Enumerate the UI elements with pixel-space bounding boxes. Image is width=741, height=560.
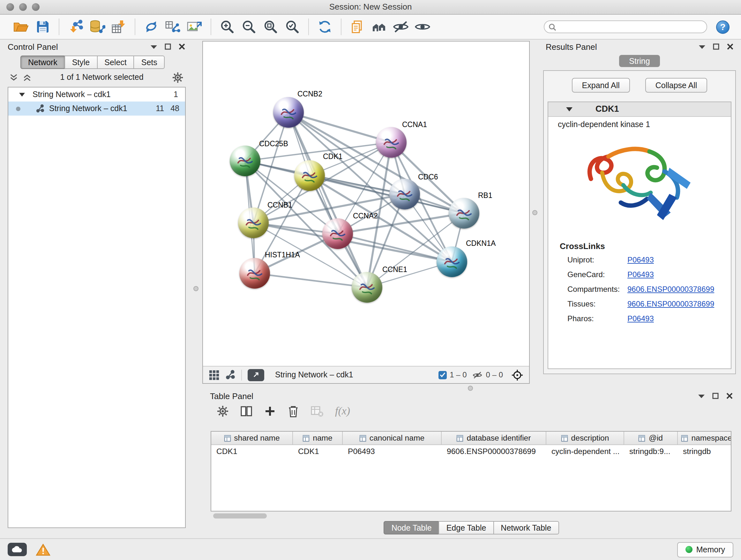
network-edge[interactable]: [255, 273, 367, 287]
gear-icon[interactable]: [172, 71, 184, 83]
search-box: [544, 20, 707, 33]
splitter-handle[interactable]: [193, 286, 199, 291]
tab-select[interactable]: Select: [97, 56, 134, 69]
close-icon[interactable]: [179, 44, 185, 50]
tab-network[interactable]: Network: [20, 56, 65, 69]
crosslink-link[interactable]: P06493: [627, 255, 654, 264]
help-button[interactable]: ?: [716, 20, 730, 34]
zoom-out-button[interactable]: [238, 17, 260, 37]
network-node-ccna1[interactable]: [376, 127, 407, 158]
expand-all-button[interactable]: Expand All: [572, 78, 630, 92]
maximize-icon[interactable]: [165, 44, 171, 50]
refresh-button[interactable]: [314, 17, 336, 37]
maximize-icon[interactable]: [713, 44, 719, 50]
first-neighbors-button[interactable]: [368, 17, 390, 37]
add-column-icon[interactable]: [264, 405, 276, 418]
network-canvas[interactable]: CCNB2CCNA1CDC25BCDK1CDC6RB1CCNB1CCNA2CDK…: [203, 42, 529, 366]
clone-network-button[interactable]: [347, 17, 368, 37]
tab-network-table[interactable]: Network Table: [493, 521, 559, 535]
collapse-all-icon[interactable]: [9, 72, 18, 82]
network-node-cdc25b[interactable]: [230, 145, 260, 176]
crosslink-link[interactable]: 9606.ENSP00000378699: [627, 285, 714, 294]
eye-slash-icon: [473, 371, 483, 379]
window-title: Session: New Session: [0, 2, 741, 11]
clear-table-icon[interactable]: [310, 405, 324, 418]
open-session-button[interactable]: [10, 17, 32, 37]
splitter-handle[interactable]: [468, 386, 473, 391]
tab-style[interactable]: Style: [64, 56, 98, 69]
maximize-icon[interactable]: [712, 393, 719, 399]
gear-icon[interactable]: [216, 405, 229, 418]
crosslink-link[interactable]: 9606.ENSP00000378699: [627, 300, 714, 308]
hide-selected-button[interactable]: [390, 17, 412, 37]
zoom-selected-button[interactable]: [281, 17, 303, 37]
network-node-ccne1[interactable]: [352, 272, 382, 303]
memory-button[interactable]: Memory: [677, 542, 733, 557]
show-all-button[interactable]: [412, 17, 433, 37]
column-header--id[interactable]: @id: [624, 432, 678, 445]
crosslink-label: GeneCard:: [567, 270, 605, 279]
crosslink-link[interactable]: P06493: [627, 314, 654, 323]
network-label: String Network – cdk1: [49, 104, 127, 113]
network-from-table-icon: [165, 19, 181, 35]
disclosure-triangle-icon[interactable]: [566, 107, 572, 112]
network-node-cdk1[interactable]: [294, 160, 325, 191]
chevron-down-icon[interactable]: [151, 44, 157, 49]
network-node-rb1[interactable]: [449, 198, 479, 229]
protein-structure-icon: [449, 198, 479, 229]
table-horizontal-scrollbar[interactable]: [211, 513, 731, 519]
import-table-button[interactable]: [108, 17, 130, 37]
column-header-database-identifier[interactable]: database identifier: [442, 432, 546, 445]
network-icon[interactable]: [225, 370, 235, 380]
column-header-namespace[interactable]: namespace: [678, 432, 731, 445]
network-edge[interactable]: [288, 112, 367, 287]
column-header-canonical-name[interactable]: canonical name: [343, 432, 442, 445]
network-row-selected[interactable]: String Network – cdk1 11 48: [8, 102, 185, 116]
import-network-file-button[interactable]: [64, 17, 86, 37]
delete-column-icon[interactable]: [287, 405, 299, 418]
tab-sets[interactable]: Sets: [134, 56, 165, 69]
node-label: RB1: [478, 192, 492, 199]
warning-icon[interactable]: [36, 543, 51, 556]
import-network-database-button[interactable]: [86, 17, 108, 37]
tab-edge-table[interactable]: Edge Table: [439, 521, 494, 535]
grid-view-icon[interactable]: [209, 369, 219, 380]
cloud-button[interactable]: [8, 543, 27, 556]
scrollbar-thumb[interactable]: [213, 513, 267, 518]
gene-section-header[interactable]: CDK1: [548, 102, 731, 117]
zoom-fit-button[interactable]: [260, 17, 281, 37]
zoom-in-button[interactable]: [216, 17, 238, 37]
merge-networks-button[interactable]: [140, 17, 162, 37]
search-input[interactable]: [544, 20, 707, 33]
column-header-description[interactable]: description: [546, 432, 624, 445]
new-network-from-table-button[interactable]: [162, 17, 184, 37]
crosslink-link[interactable]: P06493: [627, 270, 654, 279]
disclosure-triangle-icon[interactable]: [19, 92, 25, 97]
table-row[interactable]: CDK1CDK1P064939606.ENSP00000378699cyclin…: [211, 445, 731, 458]
collapse-all-button[interactable]: Collapse All: [645, 78, 708, 92]
close-icon[interactable]: [726, 393, 733, 399]
network-node-cdc6[interactable]: [389, 179, 420, 209]
control-panel-tabs: NetworkStyleSelectSets: [20, 56, 189, 69]
function-builder-icon[interactable]: f(x): [335, 405, 350, 418]
save-session-button[interactable]: [32, 17, 54, 37]
network-node-ccnb1[interactable]: [238, 207, 269, 238]
network-node-hist1h1a[interactable]: [239, 258, 270, 289]
tab-node-table[interactable]: Node Table: [384, 521, 440, 535]
network-node-ccnb2[interactable]: [273, 97, 304, 128]
expand-all-icon[interactable]: [22, 72, 32, 82]
column-header-shared-name[interactable]: shared name: [211, 432, 293, 445]
network-node-ccna2[interactable]: [322, 219, 353, 249]
tab-string[interactable]: String: [619, 55, 660, 67]
close-icon[interactable]: [727, 44, 733, 50]
crosshair-icon[interactable]: [511, 369, 523, 381]
export-image-button[interactable]: [184, 17, 205, 37]
columns-icon[interactable]: [240, 405, 253, 418]
birds-eye-view-button[interactable]: [248, 369, 264, 381]
network-node-cdkn1a[interactable]: [436, 246, 467, 277]
chevron-down-icon[interactable]: [698, 394, 704, 398]
network-collection-row[interactable]: String Network – cdk1 1: [8, 87, 185, 102]
chevron-down-icon[interactable]: [699, 44, 705, 49]
splitter-handle[interactable]: [532, 210, 537, 215]
column-header-name[interactable]: name: [293, 432, 343, 445]
